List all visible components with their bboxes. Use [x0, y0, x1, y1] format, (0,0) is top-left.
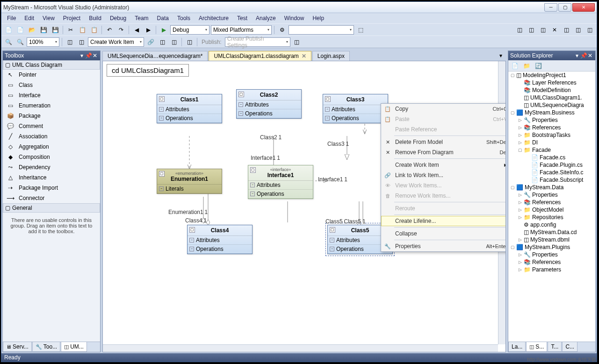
toolbox-item-pointer[interactable]: ↖Pointer: [3, 70, 100, 80]
tree-item[interactable]: ⚙app.config: [508, 221, 595, 228]
tab-solution[interactable]: ◫ S...: [526, 342, 547, 352]
undo-icon[interactable]: ↶: [104, 25, 115, 35]
collapse-icon[interactable]: ▢: [330, 227, 335, 233]
tree-item[interactable]: 📄Facade.SiteInfo.c: [508, 169, 595, 176]
expand-icon[interactable]: ▷: [518, 237, 522, 242]
ctx-link-to-work-item-[interactable]: 🔗Link to Work Item...: [381, 170, 506, 180]
menu-edit[interactable]: Edit: [21, 14, 38, 22]
uml-class3[interactable]: ▢Class3 −Attributes −Operations: [323, 94, 388, 123]
tree-item[interactable]: ◫UMLClassDiagram1.: [508, 94, 595, 101]
tree-item[interactable]: ▷📁ObjectModel: [508, 206, 595, 214]
diagram-canvas[interactable]: cd UMLClassDiagram1: [102, 61, 506, 352]
menu-analyze[interactable]: Analyze: [252, 14, 280, 22]
expand-icon[interactable]: ▷: [518, 267, 522, 272]
menu-debug[interactable]: Debug: [106, 14, 130, 22]
expand-icon[interactable]: ▷: [518, 207, 522, 212]
tree-item[interactable]: ▷🔧Properties: [508, 251, 595, 258]
tb-icon[interactable]: ◫: [76, 37, 87, 47]
collapse-icon[interactable]: ▢: [159, 96, 165, 102]
expand-icon[interactable]: ▢: [510, 73, 515, 78]
tree-item[interactable]: ▷📁DI: [508, 139, 595, 146]
ctx-collapse[interactable]: Collapse: [381, 228, 506, 239]
zoom-in-icon[interactable]: 🔍: [3, 37, 14, 47]
toolbox-item-interface[interactable]: ▭Interface: [3, 90, 100, 100]
uml-class2[interactable]: ▢Class2 −Attributes −Operations: [236, 89, 302, 119]
pin-icon[interactable]: 📌: [580, 52, 587, 59]
dropdown-icon[interactable]: ▾: [574, 52, 580, 59]
tree-item[interactable]: 📄Facade.cs: [508, 154, 595, 161]
tab-login-aspx[interactable]: Login.aspx: [312, 51, 350, 61]
menu-view[interactable]: View: [39, 14, 58, 22]
copy-icon[interactable]: 📋: [77, 25, 87, 35]
toolbox-group-general[interactable]: ▢ General: [3, 203, 100, 213]
close-button[interactable]: ✕: [572, 3, 595, 12]
nav-fwd-icon[interactable]: ▶: [143, 25, 153, 35]
expand-icon[interactable]: ▷: [518, 118, 522, 122]
menu-window[interactable]: Window: [281, 14, 308, 22]
paste-icon[interactable]: 📋: [89, 25, 99, 35]
tb-icon[interactable]: ◫: [169, 37, 179, 47]
collapse-icon[interactable]: ▢: [238, 92, 244, 97]
publish-combo[interactable]: Create Publish Settings: [225, 37, 290, 47]
menu-data[interactable]: Data: [153, 14, 173, 22]
pin-icon[interactable]: 📌: [85, 52, 92, 59]
add-item-icon[interactable]: 📄: [15, 25, 25, 35]
tree-item[interactable]: ▷📁BootstrapTasks: [508, 131, 595, 139]
zoom-combo[interactable]: 100%: [27, 37, 59, 47]
toolbox-item-aggregation[interactable]: ◇Aggregation: [3, 142, 100, 152]
uml-class4[interactable]: ▢Class4 −Attributes −Operations: [187, 225, 253, 254]
toolbox-item-inheritance[interactable]: △Inheritance: [3, 172, 100, 183]
save-icon[interactable]: 💾: [38, 25, 49, 35]
toolbox-item-association[interactable]: ╱Association: [3, 131, 100, 142]
expand-icon[interactable]: ▷: [518, 200, 522, 205]
menu-architecture[interactable]: Architecture: [195, 14, 232, 22]
toolbox-item-comment[interactable]: 💬Comment: [3, 121, 100, 131]
horizontal-scrollbar[interactable]: [103, 344, 498, 352]
collapse-icon[interactable]: ▢: [159, 171, 165, 177]
collapse-icon[interactable]: ▢: [325, 96, 331, 102]
show-all-icon[interactable]: 📁: [521, 61, 532, 71]
tb-icon[interactable]: ◫: [65, 37, 75, 47]
tree-item[interactable]: ▢🟦MyStream.Data: [508, 184, 595, 191]
titlebar[interactable]: MyStream - Microsoft Visual Studio (Admi…: [1, 2, 597, 13]
tree-item[interactable]: ▷🔧Properties: [508, 191, 595, 199]
toolbox-item-composition[interactable]: ◆Composition: [3, 152, 100, 162]
toolbox-item-connector[interactable]: ⟶Connector: [3, 193, 100, 203]
tree-item[interactable]: 📄Facade.Plugin.cs: [508, 161, 595, 169]
tree-item[interactable]: 📚ModelDefinition: [508, 86, 595, 94]
tb-icon[interactable]: ◫: [573, 25, 583, 35]
tab-team[interactable]: T...: [548, 342, 562, 352]
tree-item[interactable]: ▷🔧Properties: [508, 116, 595, 124]
config-combo[interactable]: Debug: [170, 25, 209, 35]
tb-icon[interactable]: ◫: [538, 25, 548, 35]
solution-tree[interactable]: ▢◫ModelingProject1📚Layer References📚Mode…: [508, 71, 595, 342]
tree-item[interactable]: ▷◫MyStream.dbml: [508, 236, 595, 243]
expand-icon[interactable]: ▷: [518, 125, 522, 130]
toolbox-header[interactable]: Toolbox ▾ 📌 ✕: [3, 51, 100, 60]
tab-toolbox[interactable]: 🔧 Too...: [32, 342, 60, 352]
expand-icon[interactable]: ▢: [510, 110, 515, 115]
platform-combo[interactable]: Mixed Platforms: [211, 25, 272, 35]
toolbox-item-class[interactable]: ▭Class: [3, 80, 100, 90]
solution-header[interactable]: Solution Explorer ▾ 📌 ✕: [508, 51, 595, 60]
expand-icon[interactable]: ▢: [518, 148, 522, 152]
tb-icon[interactable]: ◫: [157, 37, 167, 47]
uml-interface1[interactable]: ▢«interface»Interface1 −Attributes −Oper…: [248, 165, 313, 199]
tree-item[interactable]: ▢🟦MyStream.Business: [508, 109, 595, 116]
tb-icon[interactable]: ◫: [526, 25, 536, 35]
tree-item[interactable]: ▢🟦MyStream.Plugins: [508, 243, 595, 251]
expand-icon[interactable]: ▷: [518, 193, 522, 197]
tree-item[interactable]: ◫MyStream.Data.cd: [508, 228, 595, 236]
expand-icon[interactable]: ▷: [518, 215, 522, 220]
new-project-icon[interactable]: 📄: [3, 25, 14, 35]
expand-icon[interactable]: ▷: [518, 133, 522, 137]
close-icon[interactable]: ✕: [92, 52, 98, 59]
tab-uml-explorer[interactable]: ◫ UM...: [61, 342, 87, 352]
cut-icon[interactable]: ✂: [65, 25, 76, 35]
tb-icon[interactable]: ⬚: [355, 25, 366, 35]
tab-server-explorer[interactable]: 🖥 Serv...: [3, 342, 32, 352]
empty-combo[interactable]: [289, 25, 354, 35]
workitem-combo[interactable]: Create Work Item: [88, 37, 144, 47]
menu-file[interactable]: File: [3, 14, 20, 22]
tb-icon[interactable]: 🔗: [145, 37, 156, 47]
